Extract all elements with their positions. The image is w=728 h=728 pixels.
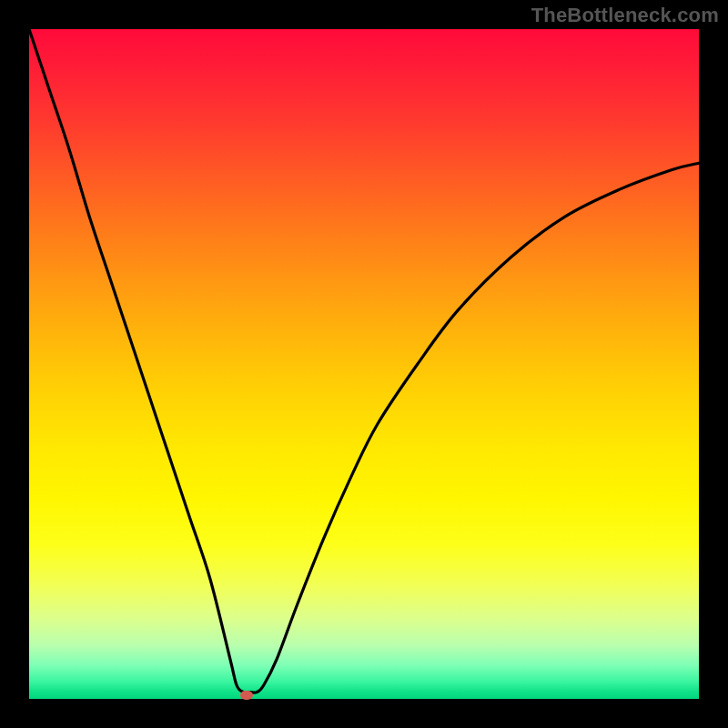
plot-area: [29, 29, 699, 699]
curve-svg: [29, 29, 699, 699]
chart-stage: TheBottleneck.com: [0, 0, 728, 728]
watermark-text: TheBottleneck.com: [531, 4, 719, 27]
bottleneck-curve: [29, 29, 699, 693]
